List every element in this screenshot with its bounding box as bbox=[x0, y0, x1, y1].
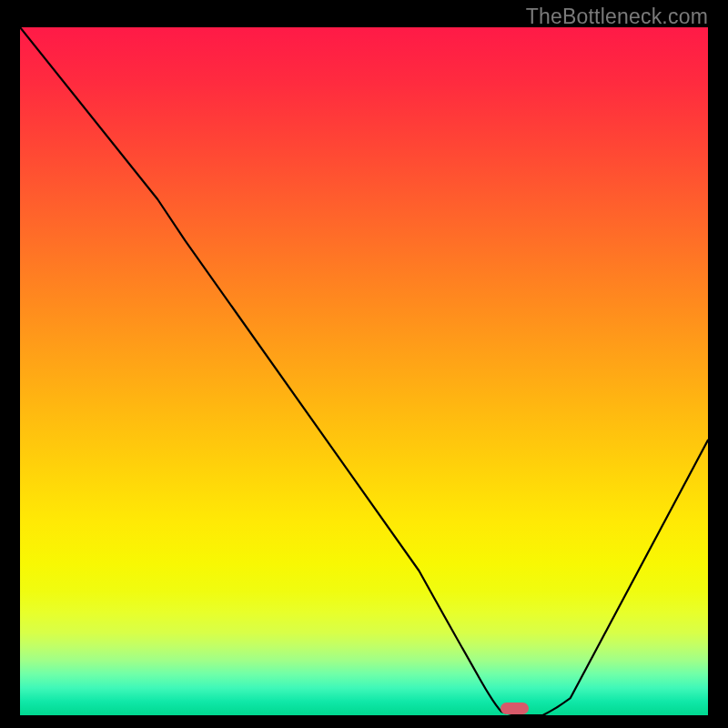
watermark-text: TheBottleneck.com bbox=[526, 5, 708, 29]
optimal-marker bbox=[500, 703, 529, 714]
bottleneck-curve-path bbox=[20, 27, 708, 715]
chart-plot-area bbox=[20, 27, 708, 715]
chart-curve bbox=[20, 27, 708, 715]
